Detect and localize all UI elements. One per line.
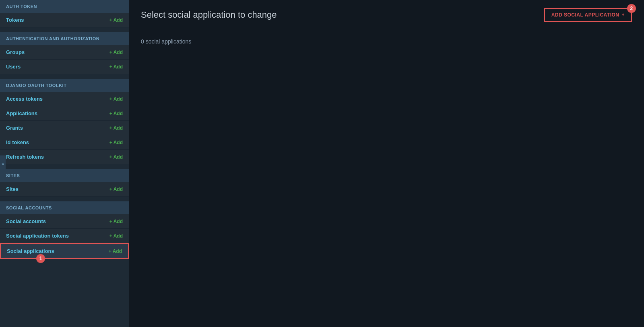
sidebar-item-access-tokens[interactable]: Access tokens + Add <box>0 92 129 106</box>
sidebar-item-grants-label: Grants <box>6 125 23 131</box>
sidebar-item-refresh-tokens-label: Refresh tokens <box>6 154 44 160</box>
sidebar-item-social-accounts-add[interactable]: + Add <box>109 219 123 224</box>
sidebar-item-applications-label: Applications <box>6 110 37 116</box>
sidebar-item-sites-add[interactable]: + Add <box>109 186 123 192</box>
sidebar-section-auth: AUTHENTICATION AND AUTHORIZATION <box>0 32 129 45</box>
main-content: Select social application to change ADD … <box>129 0 644 327</box>
sidebar-item-social-applications-label: Social applications <box>7 248 54 254</box>
sidebar-item-users-label: Users <box>6 64 21 70</box>
social-applications-count: 0 social applications <box>141 38 191 45</box>
add-button-label: ADD SOCIAL APPLICATION <box>551 12 619 18</box>
sidebar-item-sites-label: Sites <box>6 186 19 192</box>
add-button-icon: + <box>621 12 625 18</box>
sidebar-section-social: SOCIAL ACCOUNTS <box>0 201 129 214</box>
sidebar-item-refresh-tokens[interactable]: Refresh tokens + Add <box>0 150 129 164</box>
sidebar-section-oauth: DJANGO OAUTH TOOLKIT <box>0 79 129 92</box>
sidebar-item-social-app-tokens-add[interactable]: + Add <box>109 233 123 239</box>
sidebar-item-tokens[interactable]: Tokens + Add <box>0 13 129 27</box>
sidebar-item-access-tokens-add[interactable]: + Add <box>109 96 123 102</box>
sidebar-item-users-add[interactable]: + Add <box>109 64 123 70</box>
sidebar-item-grants[interactable]: Grants + Add <box>0 121 129 135</box>
main-body: 0 social applications <box>129 30 644 327</box>
sidebar-section-auth-token: AUTH TOKEN <box>0 0 129 13</box>
sidebar-item-social-app-tokens[interactable]: Social application tokens + Add <box>0 229 129 243</box>
main-header: Select social application to change ADD … <box>129 0 644 30</box>
sidebar-item-users[interactable]: Users + Add <box>0 60 129 74</box>
sidebar-item-id-tokens-label: Id tokens <box>6 139 29 145</box>
sidebar-item-applications-add[interactable]: + Add <box>109 111 123 116</box>
sidebar-item-social-accounts[interactable]: Social accounts + Add <box>0 214 129 229</box>
sidebar-item-social-app-tokens-label: Social application tokens <box>6 233 69 239</box>
add-button-badge: 2 <box>627 4 636 13</box>
sidebar-item-social-applications-add[interactable]: + Add <box>109 248 122 254</box>
sidebar-item-groups-label: Groups <box>6 49 25 55</box>
sidebar-item-social-applications-wrapper: Social applications + Add 1 <box>0 243 129 259</box>
sidebar-active-badge: 1 <box>36 254 45 263</box>
sidebar: AUTH TOKEN Tokens + Add AUTHENTICATION A… <box>0 0 129 327</box>
sidebar-item-access-tokens-label: Access tokens <box>6 96 43 102</box>
add-social-application-button[interactable]: ADD SOCIAL APPLICATION + 2 <box>544 8 632 22</box>
sidebar-item-sites[interactable]: Sites + Add <box>0 182 129 197</box>
sidebar-item-tokens-add[interactable]: + Add <box>109 17 123 23</box>
sidebar-item-groups[interactable]: Groups + Add <box>0 45 129 60</box>
sidebar-item-grants-add[interactable]: + Add <box>109 125 123 131</box>
sidebar-collapse-button[interactable]: « <box>0 155 6 172</box>
sidebar-item-tokens-label: Tokens <box>6 17 24 23</box>
sidebar-item-refresh-tokens-add[interactable]: + Add <box>109 154 123 160</box>
sidebar-section-sites: SITES <box>0 169 129 182</box>
page-title: Select social application to change <box>141 10 277 20</box>
sidebar-item-id-tokens-add[interactable]: + Add <box>109 140 123 145</box>
sidebar-item-social-accounts-label: Social accounts <box>6 218 46 224</box>
sidebar-item-groups-add[interactable]: + Add <box>109 50 123 55</box>
sidebar-item-id-tokens[interactable]: Id tokens + Add <box>0 135 129 150</box>
sidebar-item-social-applications[interactable]: Social applications + Add <box>0 243 129 259</box>
sidebar-item-applications[interactable]: Applications + Add <box>0 106 129 121</box>
